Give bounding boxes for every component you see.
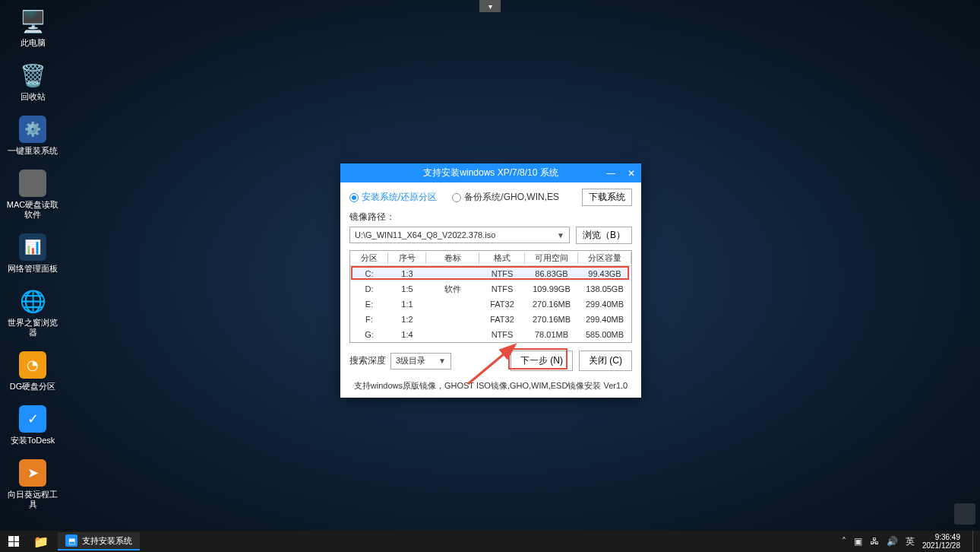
- chart-icon: 📊: [19, 233, 46, 261]
- watermark-square: [954, 503, 975, 525]
- table-row[interactable]: C: 1:3 NTFS 86.83GB 99.43GB: [350, 266, 631, 281]
- col-partition: 分区: [350, 252, 388, 264]
- desktop-icon-mac-disk[interactable]: MAC硬盘读取软件: [6, 170, 59, 220]
- top-pull-down[interactable]: ▾: [479, 0, 501, 12]
- tray-up-icon[interactable]: ˄: [842, 536, 846, 547]
- desktop-icon-todesk[interactable]: ✓ 安装ToDesk: [6, 405, 59, 446]
- remote-icon: ➤: [19, 459, 46, 487]
- next-button[interactable]: 下一步 (N): [511, 351, 573, 371]
- start-button[interactable]: [0, 531, 27, 552]
- tray-network-icon[interactable]: 🖧: [870, 536, 879, 547]
- search-depth-select[interactable]: 3级目录 ▼: [390, 353, 451, 370]
- tray-app-icon[interactable]: ▣: [854, 536, 862, 547]
- dialog-titlebar[interactable]: 支持安装windows XP/7/8/10 系统 — ✕: [340, 163, 641, 182]
- col-volume: 卷标: [426, 252, 479, 264]
- desktop-icon-recycle-bin[interactable]: 🗑️ 回收站: [6, 62, 59, 102]
- desktop-icon-sunflower[interactable]: ➤ 向日葵远程工具: [6, 459, 59, 509]
- col-capacity: 分区容量: [578, 252, 631, 264]
- install-dialog: 支持安装windows XP/7/8/10 系统 — ✕ 安装系统/还原分区 备…: [340, 163, 641, 398]
- gear-icon: ⚙️: [19, 116, 46, 143]
- show-desktop-button[interactable]: [972, 531, 977, 552]
- desktop-icon-label: MAC硬盘读取软件: [6, 200, 59, 220]
- desktop-icon-label: 向日葵远程工具: [6, 490, 59, 509]
- browse-button[interactable]: 浏览（B）: [576, 227, 632, 244]
- windows-logo-icon: [8, 536, 19, 547]
- minimize-button[interactable]: —: [603, 168, 618, 179]
- desktop-icon-network-panel[interactable]: 📊 网络管理面板: [6, 233, 59, 274]
- table-header: 分区 序号 卷标 格式 可用空间 分区容量: [350, 251, 631, 266]
- table-row[interactable]: G: 1:4 NTFS 78.01MB 585.00MB: [350, 327, 631, 342]
- check-icon: ✓: [19, 405, 46, 433]
- tray-volume-icon[interactable]: 🔊: [887, 536, 898, 547]
- col-format: 格式: [479, 252, 525, 264]
- taskbar-clock[interactable]: 9:36:49 2021/12/28: [922, 533, 965, 550]
- desktop-icons: 🖥️ 此电脑 🗑️ 回收站 ⚙️ 一键重装系统 MAC硬盘读取软件 📊 网络管理…: [6, 8, 59, 523]
- taskbar-app-installer[interactable]: ⬒ 支持安装系统: [58, 532, 140, 550]
- app-icon: ⬒: [65, 535, 77, 547]
- table-row[interactable]: F: 1:2 FAT32 270.16MB 299.40MB: [350, 312, 631, 327]
- desktop-icon-this-pc[interactable]: 🖥️ 此电脑: [6, 8, 59, 48]
- taskbar-file-explorer[interactable]: 📁: [27, 531, 55, 552]
- col-sequence: 序号: [388, 252, 426, 264]
- search-depth-value: 3级目录: [396, 355, 425, 366]
- dialog-footer: 支持windows原版镜像，GHOST ISO镜像,GHO,WIM,ESD镜像安…: [340, 376, 641, 398]
- clock-date: 2021/12/28: [922, 541, 960, 550]
- desktop-icon-label: 网络管理面板: [8, 264, 58, 274]
- desktop-icon-label: 一键重装系统: [8, 146, 58, 156]
- globe-icon: 🌐: [19, 287, 46, 315]
- desktop-icon-reinstall[interactable]: ⚙️ 一键重装系统: [6, 116, 59, 156]
- desktop-icon-diskgenius[interactable]: ◔ DG硬盘分区: [6, 351, 59, 392]
- close-button[interactable]: ✕: [624, 168, 638, 179]
- desktop-icon-label: 回收站: [21, 92, 46, 102]
- col-free-space: 可用空间: [525, 252, 578, 264]
- radio-backup[interactable]: 备份系统/GHO,WIN,ES: [452, 191, 559, 204]
- apple-icon: [19, 170, 46, 197]
- radio-label: 安装系统/还原分区: [362, 191, 437, 204]
- desktop-icon-browser[interactable]: 🌐 世界之窗浏览器: [6, 287, 59, 338]
- pc-icon: 🖥️: [19, 8, 46, 35]
- image-path-value: U:\G_WIN11_X64_Q8_V2022.378.iso: [355, 230, 495, 240]
- chevron-down-icon: ▼: [438, 357, 446, 365]
- dialog-body: 安装系统/还原分区 备份系统/GHO,WIN,ES 下载系统 镜像路径： U:\…: [340, 182, 641, 376]
- taskbar-app-title: 支持安装系统: [82, 535, 132, 547]
- clock-time: 9:36:49: [922, 533, 960, 541]
- search-depth-label: 搜索深度: [349, 354, 386, 367]
- partition-icon: ◔: [19, 351, 46, 379]
- radio-label: 备份系统/GHO,WIN,ES: [464, 191, 559, 204]
- download-system-button[interactable]: 下载系统: [582, 189, 632, 206]
- radio-dot-icon: [349, 193, 359, 202]
- chevron-down-icon: ▼: [557, 231, 564, 240]
- desktop-icon-label: DG硬盘分区: [10, 382, 56, 392]
- recycle-bin-icon: 🗑️: [19, 62, 46, 89]
- desktop-icon-label: 世界之窗浏览器: [6, 318, 59, 338]
- dialog-title: 支持安装windows XP/7/8/10 系统: [423, 167, 558, 179]
- table-row[interactable]: D: 1:5 软件 NTFS 109.99GB 138.05GB: [350, 281, 631, 297]
- cancel-button[interactable]: 关闭 (C): [579, 351, 632, 371]
- radio-install-restore[interactable]: 安装系统/还原分区: [349, 191, 437, 204]
- table-row[interactable]: E: 1:1 FAT32 270.16MB 299.40MB: [350, 297, 631, 312]
- taskbar: 📁 ⬒ 支持安装系统 ˄ ▣ 🖧 🔊 英 9:36:49 2021/12/28: [0, 531, 980, 552]
- partition-table: 分区 序号 卷标 格式 可用空间 分区容量 C: 1:3 NTFS 86.83G…: [349, 250, 632, 343]
- desktop-icon-label: 安装ToDesk: [11, 436, 55, 446]
- image-path-select[interactable]: U:\G_WIN11_X64_Q8_V2022.378.iso ▼: [349, 227, 570, 243]
- radio-dot-icon: [452, 193, 461, 202]
- desktop-icon-label: 此电脑: [21, 38, 46, 48]
- tray-ime-icon[interactable]: 英: [906, 535, 915, 548]
- image-path-label: 镜像路径：: [349, 211, 632, 224]
